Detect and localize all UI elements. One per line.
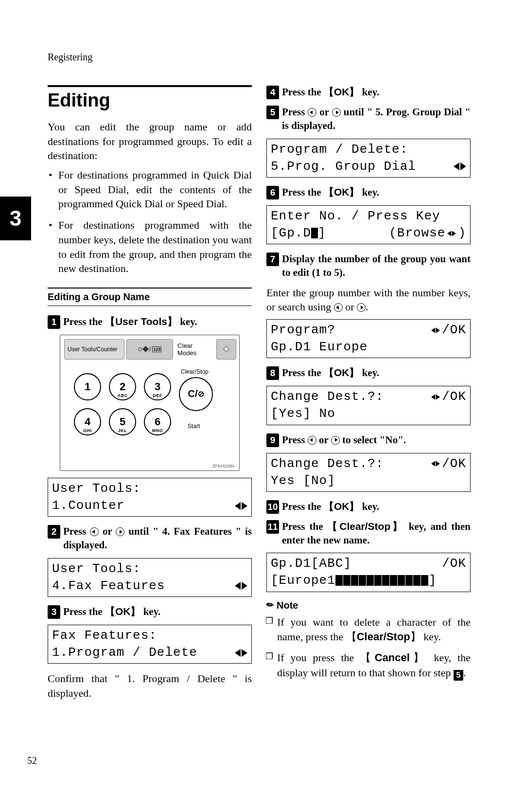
lcd-line: [Yes] No [271,405,466,422]
step-11: 11 Press the 【Clear/Stop】 key, and then … [266,520,471,547]
step-8: 8 Press the 【OK】 key. [266,366,471,380]
text: Press the [282,86,324,98]
step-number-badge: 11 [266,520,279,534]
running-header: Registering [48,52,471,63]
right-arrow-icon [332,108,341,117]
indicator-panel: / 123 [126,339,173,360]
step-text: Press the 【OK】 key. [282,366,471,379]
text: . [366,301,368,313]
arrows-ok-indicator: /OK [429,455,466,472]
lcd-line: Yes [No] [271,472,466,489]
step-text: Display the number of the group you want… [282,252,471,280]
lcd-line: 4.Fax Features [52,577,165,595]
key-label: OK [115,606,131,617]
lcd-line: Fax Features: [52,627,247,644]
key-label: Clear/Stop [339,521,390,532]
step-number-badge: 8 [266,366,279,380]
subheading-rule-bottom [48,306,252,306]
key-text: C/ [188,388,198,399]
key-label: OK [334,186,350,198]
left-right-arrows-icon [235,649,247,657]
key-5: 5JKL [109,408,136,435]
step-text: Press or until " 5. Prog. Group Dial " i… [282,105,471,133]
step-number-badge: 3 [48,605,60,619]
lcd-display: Fax Features: 1.Program / Delete [48,625,252,664]
left-arrow-icon [308,436,316,445]
key-label: OK [334,86,350,97]
lcd-line: Change Dest.?: [271,388,384,405]
keypad-illustration: User Tools/Counter / 123 Clear Modes [60,335,240,471]
right-arrow-icon [116,527,124,536]
lcd-line: 1.Counter [52,497,124,514]
lcd-line: User Tools: [52,480,247,497]
note-item: If you want to delete a character of the… [277,615,471,645]
note-list: If you want to delete a character of the… [266,615,471,681]
left-right-arrows-icon [235,582,247,590]
step-text: Press or until " 4. Fax Features " is di… [63,524,252,552]
step-number-badge: 7 [266,253,279,266]
text: key. [140,606,160,617]
lcd-display: User Tools: 4.Fax Features [48,558,252,597]
page-number: 52 [27,755,37,766]
step-text: Press the 【OK】 key. [282,500,471,513]
lcd-display: Program / Delete: 5.Prog. Group Dial [266,139,471,178]
text: or [316,106,332,118]
lcd-line: 5.Prog. Group Dial [271,158,416,175]
key-1: 1 [74,373,101,400]
bullet-list: For destinations programmed in Quick Dia… [48,168,252,276]
text: or [99,525,116,537]
bullet-item: For destinations programmed with the num… [58,218,252,276]
step-number-badge: 10 [266,500,279,514]
lcd-display: Enter No. / Press Key [Gp.D] (Browse) [266,205,471,244]
step-7-sub: Enter the group number with the number k… [266,286,471,314]
text: If you press the [277,651,360,664]
left-arrow-icon [90,527,99,536]
text: key. [177,316,197,327]
lcd-line: 1.Program / Delete [52,644,197,661]
left-column: Editing You can edit the group name or a… [48,85,252,705]
step-1: 1 Press the 【User Tools】 key. [48,315,252,329]
step-text: Press the 【OK】 key. [63,605,252,618]
lcd-line: [Europe1] [271,572,466,589]
text: Press the [63,606,105,617]
note-item: If you press the 【Cancel】 key, the displ… [277,650,471,681]
lcd-display: User Tools: 1.Counter [48,478,252,517]
key-label: Clear/Stop [357,631,410,643]
subheading: Editing a Group Name [48,291,252,303]
step-ref-badge: 5 [454,670,463,681]
key-label: User Tools [115,316,167,327]
input-blocks-icon [335,572,429,589]
step-number-badge: 9 [266,433,279,447]
step-number-badge: 2 [48,525,60,539]
step-5: 5 Press or until " 5. Prog. Group Dial "… [266,105,471,133]
lcd-display: Program? /OK Gp.D1 Europe [266,319,471,358]
chapter-tab: 3 [0,197,31,240]
lcd-line: Gp.D1 Europe [271,339,466,356]
confirm-text: Confirm that " 1. Program / Delete " is … [48,671,252,700]
left-right-arrows-icon [447,231,456,236]
note-label: Note [277,600,298,611]
user-tools-counter-key: User Tools/Counter [64,339,124,360]
text: key. [359,86,379,98]
text: key. [359,367,379,379]
step-text: Press the 【Clear/Stop】 key, and then ent… [282,520,471,547]
text: Press the [63,316,105,327]
text: Press [282,106,308,118]
right-column: 4 Press the 【OK】 key. 5 Press or until "… [266,85,471,705]
text: Press the [282,186,324,198]
right-arrow-icon [331,436,340,445]
lcd-line: [Gp.D] [271,225,326,242]
intro-text: You can edit the group name or add desti… [48,120,252,163]
lcd-line: User Tools: [52,560,247,577]
note-heading: ✎ Note [266,600,471,611]
text: Press the [282,367,324,379]
text: key. [359,501,379,512]
section-title: Editing [48,90,252,111]
lcd-line: Gp.D1[ABC] [271,555,351,572]
key-label: OK [334,367,350,378]
box-icon: 123 [152,346,161,352]
text: or [316,434,331,446]
step-4: 4 Press the 【OK】 key. [266,85,471,99]
text: Press [282,434,308,446]
lcd-display: Gp.D1[ABC] /OK [Europe1] [266,553,471,592]
